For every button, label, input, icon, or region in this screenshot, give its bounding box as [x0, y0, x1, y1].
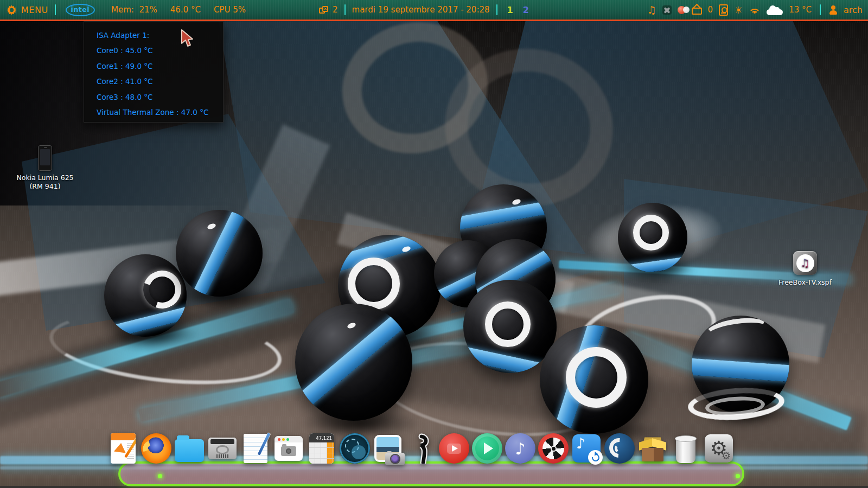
calculator-display: 47,121	[309, 433, 334, 442]
close-x-icon[interactable]	[662, 5, 672, 15]
settings-gears-icon: ⚙⚙	[705, 434, 733, 463]
dock-item-photos-camera[interactable]	[373, 433, 403, 464]
top-panel: MENU intel Mem: 21% 46.0 °C CPU 5% ✕ 2 m…	[0, 0, 868, 21]
brightness-sun-icon[interactable]: ☀	[734, 5, 743, 15]
sphere-speck	[512, 198, 521, 206]
mail-icon[interactable]	[692, 8, 702, 15]
mail-count: 0	[708, 5, 713, 15]
clock[interactable]: mardi 19 septembre 2017 - 20:28	[352, 5, 490, 15]
music-note-icon[interactable]: ♫	[647, 5, 656, 15]
weather-cloud-icon[interactable]	[767, 9, 783, 15]
sensors-title: ISA Adapter 1:	[97, 28, 223, 43]
running-indicator-firefox	[158, 474, 162, 478]
workspace-1[interactable]: 1	[507, 5, 513, 15]
dock-item-calculator[interactable]: 47,121	[307, 433, 337, 464]
sphere-ring	[633, 215, 669, 251]
intel-logo[interactable]: intel	[66, 4, 95, 16]
dock: 47,121 ♪	[108, 432, 734, 464]
running-indicator-settings	[736, 474, 740, 478]
bittorrent-icon	[604, 433, 635, 464]
desktop-icon-label: FreeBox-TV.xspf	[773, 278, 838, 287]
dock-item-hard-drive[interactable]	[207, 433, 238, 464]
youtube-icon	[439, 433, 469, 464]
wallpaper-sphere	[540, 325, 648, 434]
itunes-music-icon: ♫	[793, 251, 817, 275]
photo-booth-icon	[275, 436, 303, 461]
menu-button[interactable]: MENU	[21, 5, 48, 15]
panel-left-section: MENU intel Mem: 21% 46.0 °C CPU 5%	[0, 4, 246, 16]
wallpaper-sphere	[295, 304, 412, 421]
wallpaper-sphere	[463, 280, 557, 373]
sphere-ring	[348, 258, 400, 310]
music-note-icon: ♪	[505, 433, 535, 464]
sphere-speck	[347, 322, 356, 330]
dock-item-youtube[interactable]	[439, 433, 469, 464]
dock-item-music-player[interactable]: ♪	[505, 433, 535, 464]
sphere-band	[692, 356, 789, 384]
sensor-line: Core1 : 49.0 °C	[97, 59, 223, 74]
sphere-ring	[485, 301, 531, 347]
dock-item-trash[interactable]	[671, 433, 701, 464]
sensor-line: Core0 : 45.0 °C	[97, 43, 223, 58]
calculator-icon: 47,121	[309, 433, 334, 464]
dock-item-system-settings[interactable]: ⚙⚙	[704, 433, 734, 464]
desktop-screen: MENU intel Mem: 21% 46.0 °C CPU 5% ✕ 2 m…	[0, 0, 868, 488]
sensor-line: Core3 : 48.0 °C	[97, 89, 223, 105]
dock-item-music-notation[interactable]	[406, 433, 436, 464]
wallpaper-sphere	[176, 210, 263, 297]
dock-item-bittorrent[interactable]	[604, 433, 635, 464]
panel-separator	[496, 4, 497, 15]
dock-item-firefox[interactable]	[141, 433, 171, 464]
firefox-icon	[141, 433, 171, 464]
dock-item-package-manager[interactable]	[637, 433, 668, 464]
window-list-icon[interactable]: ✕	[319, 6, 328, 14]
pages-document-icon	[111, 433, 136, 464]
sphere-band	[295, 304, 412, 421]
cpu-stat[interactable]: CPU 5%	[214, 5, 246, 15]
sphere-band	[183, 210, 256, 297]
music-note-glyph: ♫	[800, 258, 810, 268]
desktop-icon-nokia[interactable]: Nokia Lumia 625 (RM 941)	[12, 145, 78, 191]
username[interactable]: arch	[844, 5, 863, 15]
dock-item-files-folder[interactable]	[174, 433, 205, 464]
mem-stat[interactable]: Mem: 21%	[111, 5, 157, 15]
desktop-icon-label: (RM 941)	[12, 182, 78, 191]
itunes-disc: ♫	[796, 254, 814, 272]
sphere-band	[460, 197, 547, 234]
dock-item-media-player[interactable]	[472, 433, 502, 464]
sensors-popup: ISA Adapter 1: Core0 : 45.0 °C Core1 : 4…	[84, 21, 224, 123]
system-stats: Mem: 21% 46.0 °C CPU 5%	[111, 5, 246, 15]
dock-background	[118, 461, 744, 486]
dock-item-photo-booth[interactable]	[273, 433, 304, 464]
window-count[interactable]: 2	[333, 5, 338, 15]
dock-item-pages-document[interactable]	[108, 433, 138, 464]
hard-drive-icon	[208, 438, 237, 459]
workspace-2[interactable]: 2	[523, 5, 529, 15]
user-icon[interactable]	[829, 5, 838, 15]
photos-icon	[374, 435, 401, 462]
wallpaper-sphere	[104, 254, 187, 337]
weather-temp[interactable]: 13 °C	[789, 5, 812, 15]
menu-gear-icon[interactable]	[7, 5, 17, 15]
play-button-icon	[472, 433, 502, 464]
cpu-temp-stat[interactable]: 46.0 °C	[170, 5, 201, 15]
screenshot-tool-icon	[340, 433, 370, 464]
panel-separator	[55, 4, 56, 15]
music-sync-icon: ♪	[572, 434, 601, 463]
dock-item-text-notes[interactable]	[240, 433, 271, 464]
mouse-cursor	[181, 29, 196, 49]
dock-item-screenshot-tool[interactable]	[340, 433, 370, 464]
desktop-icon-freebox[interactable]: ♫ FreeBox-TV.xspf	[773, 251, 838, 287]
panel-tray-section: ♫ 0 ☀ 13 °C arch	[647, 4, 868, 16]
panel-center-section: ✕ 2 mardi 19 septembre 2017 - 20:28 1 2	[319, 0, 529, 20]
trash-icon	[676, 438, 695, 463]
dock-item-music-sync[interactable]: ♪	[571, 433, 602, 464]
panel-separator	[344, 4, 346, 15]
sphere-speck	[207, 223, 216, 230]
dock-item-fan-media-app[interactable]	[538, 433, 569, 464]
wifi-icon[interactable]	[749, 5, 761, 14]
redshift-bulb-icon[interactable]	[678, 6, 686, 14]
notes-icon	[244, 434, 267, 463]
sphere-ring	[566, 347, 627, 408]
hard-drive-icon[interactable]	[719, 4, 728, 16]
